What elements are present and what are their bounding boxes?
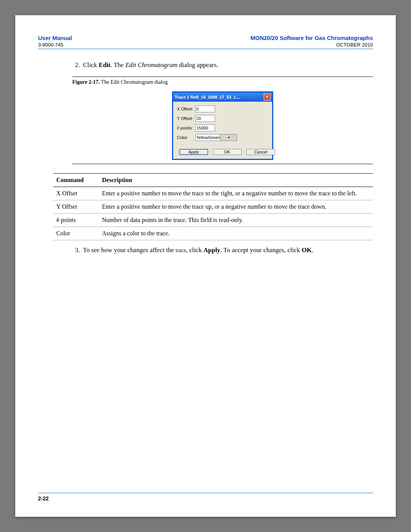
- dialog-figure: Trace 1 file9_16_2008_17_53_1… × X Offse…: [72, 91, 373, 160]
- x-offset-label: X Offset:: [177, 107, 195, 111]
- body-column-2: 3. To see how your changes affect the tr…: [72, 246, 373, 255]
- row-x-offset: X Offset:: [177, 105, 268, 112]
- page-footer: 2-22: [38, 493, 373, 502]
- cell-command: # points: [53, 214, 99, 227]
- step-3-t1: To see how your changes affect the: [83, 246, 176, 254]
- page-header: User Manual 3-9000-745 MON20/20 Software…: [38, 34, 373, 49]
- edit-chromatogram-dialog: Trace 1 file9_16_2008_17_53_1… × X Offse…: [172, 91, 273, 160]
- step-2-text-pre: Click: [83, 61, 99, 69]
- cell-description: Enter a positive number to move the trac…: [99, 187, 373, 200]
- cell-description: Assigns a color to the trace.: [99, 227, 373, 240]
- step-3-apply: Apply: [203, 246, 220, 254]
- dialog-body: X Offset: Y Offset: # points: Color:: [173, 102, 272, 147]
- header-right-title: MON20/20 Software for Gas Chromatographs: [250, 34, 373, 42]
- step-2-text-mid: . The: [111, 61, 126, 69]
- command-table: Command Description X Offset Enter a pos…: [53, 173, 373, 240]
- row-y-offset: Y Offset:: [177, 115, 268, 122]
- cell-command: Color: [53, 227, 99, 240]
- header-left: User Manual 3-9000-745: [38, 34, 72, 48]
- step-2-text-post: dialog appears.: [177, 61, 218, 69]
- table-row: Y Offset Enter a positive number to move…: [53, 200, 373, 214]
- table-row: Color Assigns a color to the trace.: [53, 227, 373, 240]
- th-description: Description: [99, 174, 373, 187]
- cell-command: X Offset: [53, 187, 99, 200]
- figure-caption-text: The Edit Chromatogram dialog: [101, 79, 167, 85]
- color-label: Color:: [177, 135, 195, 140]
- cell-description: Enter a positive number to move the trac…: [99, 200, 373, 214]
- step-2-number: 2.: [72, 61, 80, 70]
- figure-caption: Figure 2-17. The Edit Chromatogram dialo…: [72, 79, 373, 85]
- step-3-number: 3.: [72, 246, 80, 255]
- figure-rule-bottom: [72, 164, 373, 164]
- apply-button[interactable]: Apply: [179, 149, 208, 155]
- cell-command: Y Offset: [53, 200, 99, 214]
- step-2: 2. Click Edit. The Edit Chromatogram dia…: [72, 61, 373, 70]
- row-color: Color: YellowGreen ▼: [177, 134, 268, 141]
- ok-button[interactable]: OK: [213, 149, 242, 155]
- th-command: Command: [53, 174, 99, 187]
- dialog-button-row: Apply OK Cancel: [173, 147, 272, 159]
- page-number: 2-22: [38, 495, 49, 502]
- color-select[interactable]: YellowGreen ▼: [195, 134, 237, 141]
- table-head-row: Command Description: [53, 174, 373, 187]
- points-input[interactable]: [195, 125, 215, 131]
- body-column: 2. Click Edit. The Edit Chromatogram dia…: [72, 61, 373, 164]
- header-left-sub: 3-9000-745: [38, 42, 72, 48]
- step-3-t4: .: [312, 246, 313, 254]
- x-offset-input[interactable]: [195, 105, 215, 112]
- header-right-sub: OCTOBER 2010: [250, 42, 373, 48]
- cell-description: Number of data points in the trace. This…: [99, 214, 373, 227]
- document-page: User Manual 3-9000-745 MON20/20 Software…: [15, 15, 396, 517]
- step-3-ok: OK: [302, 246, 312, 254]
- step-3-trace: trace: [175, 248, 186, 253]
- step-2-edit: Edit: [99, 61, 110, 69]
- y-offset-input[interactable]: [195, 115, 215, 122]
- points-label: # points:: [177, 126, 195, 130]
- dialog-titlebar[interactable]: Trace 1 file9_16_2008_17_53_1… ×: [173, 93, 272, 102]
- step-2-dialog-name: Edit Chromatogram: [125, 61, 177, 69]
- figure-rule-top: [72, 77, 373, 77]
- table-row: # points Number of data points in the tr…: [53, 214, 373, 227]
- row-points: # points:: [177, 125, 268, 131]
- close-icon[interactable]: ×: [264, 94, 271, 101]
- step-3: 3. To see how your changes affect the tr…: [72, 246, 373, 255]
- figure-label: Figure 2-17.: [72, 79, 100, 85]
- step-3-t3: . To accept your changes, click: [220, 246, 302, 254]
- cancel-button[interactable]: Cancel: [246, 149, 275, 155]
- color-select-value: YellowGreen: [196, 135, 220, 140]
- header-right: MON20/20 Software for Gas Chromatographs…: [250, 34, 373, 48]
- chevron-down-icon[interactable]: ▼: [220, 134, 237, 141]
- table-row: X Offset Enter a positive number to move…: [53, 187, 373, 200]
- y-offset-label: Y Offset:: [177, 116, 195, 121]
- header-left-title: User Manual: [38, 34, 72, 42]
- dialog-title-text: Trace 1 file9_16_2008_17_53_1…: [175, 95, 240, 99]
- step-3-t2: , click: [186, 246, 204, 254]
